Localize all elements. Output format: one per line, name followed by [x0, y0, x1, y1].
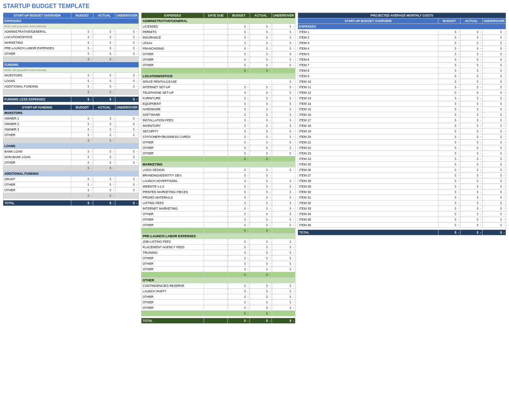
list-item: ITEM 18$ -$ -$ - [298, 123, 506, 129]
loans-section-label: LOANS [3, 143, 139, 149]
list-item: ITEM 35$ -$ -$ - [298, 217, 506, 223]
list-item: PRINTED MARKETING PIECES$ -$ -$ - [141, 189, 295, 195]
list-item: ITEM 36$ -$ -$ - [298, 223, 506, 228]
startup-funding-header: START-UP FUNDING [3, 105, 71, 110]
list-item: ITEM 1$ -$ -$ - [298, 29, 506, 35]
list-item: ITEM 27$ -$ -$ - [298, 173, 506, 178]
list-item: OWNER 1 $ - $ - $ - [3, 116, 139, 121]
list-item: MARKETING $ - $ - $ - [3, 40, 139, 46]
expenses-detail-table: EXPENSES DATE DUE BUDGET ACTUAL UNDER/OV… [141, 13, 295, 324]
list-item: ITEM 33$ -$ -$ - [298, 206, 506, 211]
list-item: ITEM 23$ -$ -$ - [298, 151, 506, 156]
list-item: FRANCHISING$ -$ -$ - [141, 46, 295, 51]
overview-table: START-UP BUDGET OVERVIEW BUDGET ACTUAL U… [3, 13, 139, 102]
list-item: EQUIPMENT$ -$ -$ - [141, 101, 295, 107]
expense-item-4: PRE-LAUNCH LABOR EXPENSES [3, 46, 71, 51]
list-item: LISTING FEES$ -$ -$ - [141, 200, 295, 206]
list-item: ITEM 8$ -$ -$ - [298, 68, 506, 74]
marketing-header: MARKETING [141, 162, 295, 167]
right-total-label: TOTAL [298, 230, 438, 235]
projected-monthly-table: PROJECTED AVERAGE MONTHLY COSTS START-UP… [298, 13, 506, 235]
list-item: OTHER$ -$ -$ - [141, 51, 295, 57]
list-item: PERMITS$ -$ -$ - [141, 29, 295, 35]
mid-underover-header: UNDER/OVER [272, 13, 295, 18]
mid-date-header: DATE DUE [204, 13, 228, 18]
list-item: OTHER$ -$ -$ - [141, 223, 295, 228]
list-item: ADMINISTRATIVE/GENERAL $ - $ - $ - [3, 29, 139, 35]
list-item: ITEM 4$ -$ -$ - [298, 46, 506, 51]
list-item: ITEM 22$ -$ -$ - [298, 145, 506, 151]
admin-general-header: ADMINISTRATIVE/GENERAL [141, 18, 295, 24]
overview-header: START-UP BUDGET OVERVIEW [3, 13, 71, 18]
expense-item-2: LOCATION/OFFICE [3, 35, 71, 40]
list-item: OTHER$ -$ -$ - [141, 145, 295, 151]
list-item: WEBSITE v.1.0$ -$ -$ - [141, 184, 295, 189]
list-item: ITEM 9$ -$ -$ - [298, 74, 506, 79]
list-item: OTHER$ -$ -$ - [141, 300, 295, 305]
list-item: INTERNET MARKETING$ -$ -$ - [141, 206, 295, 211]
list-item: OTHER$ -$ -$ - [141, 211, 295, 217]
middle-panel: EXPENSES DATE DUE BUDGET ACTUAL UNDER/OV… [141, 13, 295, 324]
list-item: ITEM 21$ -$ -$ - [298, 140, 506, 145]
admin-subtotal: $ - $ - [141, 68, 295, 74]
expense-item-1: ADMINISTRATIVE/GENERAL [3, 29, 71, 35]
list-item: ITEM 29$ -$ -$ - [298, 184, 506, 189]
total-label: TOTAL [3, 200, 71, 206]
expenses-subtotal-row: $ - $ - [3, 57, 139, 62]
list-item: ITEM 24$ -$ -$ - [298, 156, 506, 162]
loans-subtotal: $ - $ - [3, 165, 139, 171]
list-item: PROMO MATERIALS$ -$ -$ - [141, 195, 295, 200]
right-overview-header: START-UP BUDGET OVERVIEW [298, 18, 438, 24]
funding-item-1: INVESTORS [3, 73, 71, 78]
list-item: ADDITIONAL FUNDING $ - $ - $ - [3, 84, 139, 89]
list-item: SOFTWARE$ -$ -$ - [141, 112, 295, 118]
list-item: INSTALLATION FEES$ -$ -$ - [141, 118, 295, 123]
list-item: ITEM 11$ -$ -$ - [298, 85, 506, 90]
list-item: ITEM 19$ -$ -$ - [298, 129, 506, 134]
list-item: OTHER$ -$ -$ - [141, 305, 295, 311]
list-item: LICENSES$ -$ -$ - [141, 24, 295, 29]
list-item: ITEM 10$ -$ -$ - [298, 79, 506, 85]
list-item: ITEM 32$ -$ -$ - [298, 200, 506, 206]
funding-item-3: ADDITIONAL FUNDING [3, 84, 71, 89]
list-item: OTHER $ - $ - $ - [3, 182, 139, 188]
list-item: LOGO DESIGN$ -$ -$ - [141, 167, 295, 173]
list-item: INSURANCE$ -$ -$ - [141, 35, 295, 40]
funding-less-expenses-row: FUNDING LESS EXPENSES $ - $ - $ - [3, 97, 139, 102]
list-item: OTHER$ -$ -$ - [141, 151, 295, 156]
additional-section-label: ADDITIONAL FUNDING [3, 171, 139, 177]
sf-underover-header: UNDER/OVER [115, 105, 139, 110]
list-item: JOB-LISTING FEES$ -$ -$ - [141, 239, 295, 245]
list-item: ITEM 16$ -$ -$ - [298, 112, 506, 118]
list-item: ITEM 6$ -$ -$ - [298, 57, 506, 63]
list-item: OTHER $ - $ - $ - [3, 132, 139, 138]
list-item: ITEM 15$ -$ -$ - [298, 107, 506, 112]
list-item: OTHER$ -$ -$ - [141, 140, 295, 145]
funding-item-2: LOANS [3, 78, 71, 84]
funding-auto-msg: fields will populate automatically [3, 68, 139, 73]
expense-item-3: MARKETING [3, 40, 71, 46]
list-item: LAUNCH PARTY$ -$ -$ - [141, 289, 295, 294]
right-panel: PROJECTED AVERAGE MONTHLY COSTS START-UP… [298, 13, 506, 235]
location-subtotal: $ - $ - [141, 156, 295, 162]
list-item: OTHER$ -$ -$ - [141, 294, 295, 300]
additional-subtotal: $ - $ - [3, 193, 139, 199]
list-item: OTHER$ -$ -$ - [141, 57, 295, 63]
right-total-row: TOTAL $ - $ - $ - [298, 230, 506, 235]
list-item: TRAINING$ -$ -$ - [141, 250, 295, 256]
other-subtotal: $ - $ - [141, 311, 295, 316]
list-item: NON-BANK LOAN $ - $ - $ - [3, 154, 139, 160]
expenses-section-label: EXPENSES [3, 18, 139, 24]
list-item: ITEM 12$ -$ -$ - [298, 90, 506, 96]
mid-expenses-header: EXPENSES [141, 13, 204, 18]
list-item: ITEM 7$ -$ -$ - [298, 63, 506, 68]
projected-header: PROJECTED AVERAGE MONTHLY COSTS [298, 13, 506, 18]
list-item: OTHER $ - $ - $ - [3, 188, 139, 193]
list-item: ITEM 2$ -$ -$ - [298, 35, 506, 40]
expense-item-5: OTHER [3, 51, 71, 57]
list-item: ITEM 13$ -$ -$ - [298, 96, 506, 101]
location-header: LOCATION/OFFICE [141, 74, 295, 79]
mid-total-label: TOTAL [141, 318, 204, 324]
investors-section-label: INVESTORS [3, 110, 139, 116]
sf-budget-header: BUDGET [71, 105, 93, 110]
